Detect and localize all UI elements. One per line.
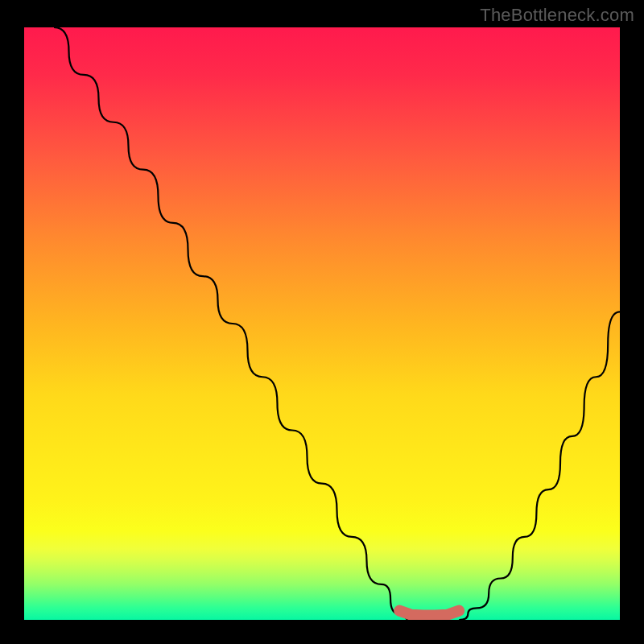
attribution-text: TheBottleneck.com — [480, 5, 634, 26]
curve-left — [54, 27, 411, 620]
bottom-highlight — [399, 611, 459, 616]
chart-curves-svg — [24, 27, 620, 620]
curve-right — [459, 312, 620, 620]
chart-plot-area — [24, 27, 620, 620]
